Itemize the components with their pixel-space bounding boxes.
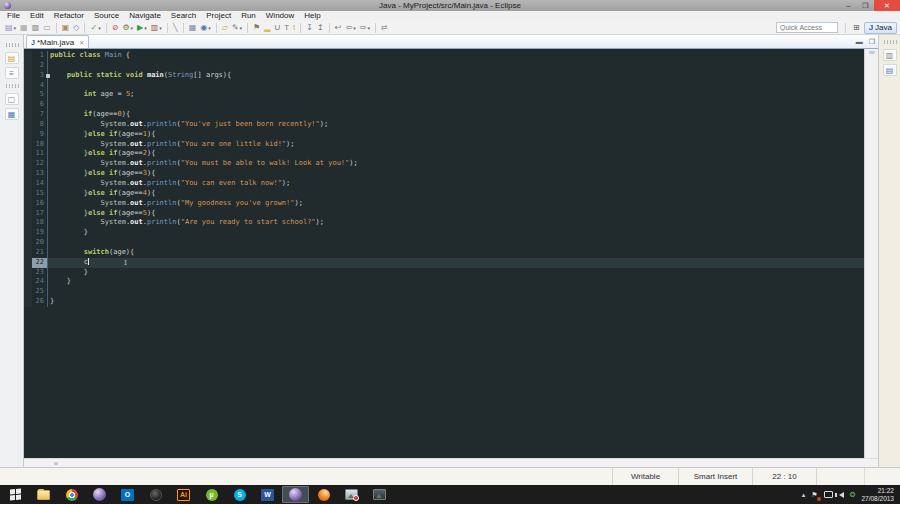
annotation-t-button[interactable]: T (282, 22, 291, 34)
next-annotation-button[interactable]: ↧ (304, 22, 315, 34)
line-number-14[interactable]: 14 (32, 179, 48, 189)
line-number-18[interactable]: 18 (32, 218, 48, 228)
code-line-9[interactable]: 9 }else if(age==1){ (24, 130, 864, 140)
line-number-19[interactable]: 19 (32, 228, 48, 238)
code-line-22[interactable]: 22 cI (24, 258, 864, 268)
menu-edit[interactable]: Edit (25, 11, 49, 21)
next-task-button[interactable]: ⚑ (251, 22, 262, 34)
code-text[interactable] (48, 287, 864, 297)
open-folder-button[interactable]: ▱ (220, 22, 230, 34)
java-perspective-button[interactable]: J Java (864, 22, 897, 34)
code-text[interactable]: switch(age){ (48, 248, 864, 258)
type-hierarchy-icon[interactable]: ≡ (5, 67, 19, 79)
coverage-dropdown-icon[interactable]: ▾ (159, 25, 162, 31)
restore-views-handle-2[interactable] (5, 84, 19, 88)
code-text[interactable] (48, 61, 864, 71)
code-text[interactable]: System.out.println("You must be able to … (48, 159, 864, 169)
new-wizard-button[interactable]: ▤▾ (3, 22, 18, 34)
save-all-button[interactable]: ▩ (30, 22, 42, 34)
code-text[interactable]: System.out.println("You are one little k… (48, 140, 864, 150)
minimize-editor-icon[interactable]: ▬ (853, 35, 866, 48)
external-tools-dropdown-icon[interactable]: ▾ (240, 25, 243, 31)
code-text[interactable]: System.out.println("Are you ready to sta… (48, 218, 864, 228)
code-text[interactable]: int age = 5; (48, 90, 864, 100)
line-number-4[interactable]: 4 (32, 81, 48, 91)
code-text[interactable]: } (48, 268, 864, 278)
new-wizard-dropdown-icon[interactable]: ▾ (14, 25, 17, 31)
tab-close-icon[interactable]: ✕ (79, 39, 84, 46)
line-number-2[interactable]: 2 (32, 61, 48, 71)
line-number-10[interactable]: 10 (32, 140, 48, 150)
code-text[interactable]: }else if(age==2){ (48, 149, 864, 159)
code-line-6[interactable]: 6 (24, 100, 864, 110)
menu-source[interactable]: Source (89, 11, 124, 21)
line-number-20[interactable]: 20 (32, 238, 48, 248)
code-line-11[interactable]: 11 }else if(age==2){ (24, 149, 864, 159)
code-text[interactable] (48, 100, 864, 110)
problems-view-icon[interactable]: ▢ (5, 93, 19, 105)
volume-icon[interactable] (839, 492, 844, 498)
code-line-23[interactable]: 23 } (24, 268, 864, 278)
code-line-17[interactable]: 17 }else if(age==5){ (24, 209, 864, 219)
taskbar-image-viewer-button[interactable] (366, 486, 393, 503)
line-number-15[interactable]: 15 (32, 189, 48, 199)
run-dropdown-icon[interactable]: ▾ (144, 25, 147, 31)
code-text[interactable]: System.out.println("You can even talk no… (48, 179, 864, 189)
code-text[interactable]: System.out.println("You've just been bor… (48, 120, 864, 130)
line-number-24[interactable]: 24 (32, 277, 48, 287)
debug-dropdown-icon[interactable]: ▾ (131, 25, 134, 31)
action-center-flag-icon[interactable]: ⚑ (811, 491, 817, 499)
java-ee-grid-button[interactable]: ▦ (187, 22, 199, 34)
code-text[interactable] (48, 238, 864, 248)
quick-access-input[interactable] (776, 22, 838, 33)
antivirus-icon[interactable]: ❂ (850, 491, 856, 499)
annotation-u-button[interactable]: U (272, 22, 282, 34)
new-java-class-button[interactable]: ✓▾ (88, 22, 102, 34)
console-view-icon[interactable]: ▦ (5, 108, 19, 120)
forward-button[interactable]: ⇨▾ (358, 22, 372, 34)
menu-search[interactable]: Search (166, 11, 201, 21)
code-line-3[interactable]: 3 public static void main(String[] args)… (24, 71, 864, 81)
code-line-18[interactable]: 18 System.out.println("Are you ready to … (24, 218, 864, 228)
code-text[interactable]: }else if(age==1){ (48, 130, 864, 140)
code-text[interactable]: public class Main { (48, 51, 864, 61)
code-line-7[interactable]: 7 if(age==0){ (24, 110, 864, 120)
code-text[interactable]: }else if(age==5){ (48, 209, 864, 219)
taskbar-file-explorer-button[interactable] (30, 486, 57, 503)
code-line-14[interactable]: 14 System.out.println("You can even talk… (24, 179, 864, 189)
code-text[interactable]: }else if(age==4){ (48, 189, 864, 199)
titlebar[interactable]: Java - MyProject/src/Main.java - Eclipse… (0, 0, 900, 11)
taskbar-start-button[interactable] (2, 486, 29, 503)
taskbar-outlook-button[interactable]: O (114, 486, 141, 503)
menu-file[interactable]: File (2, 11, 25, 21)
open-perspective-button[interactable]: ⊞ (853, 23, 860, 32)
taskbar-firefox-button[interactable] (310, 486, 337, 503)
taskbar-photos-app-button[interactable] (338, 486, 365, 503)
menu-run[interactable]: Run (236, 11, 261, 21)
line-number-23[interactable]: 23 (32, 268, 48, 278)
overview-ruler[interactable] (864, 49, 878, 458)
code-line-2[interactable]: 2 (24, 61, 864, 71)
network-icon[interactable] (824, 491, 833, 498)
code-text[interactable]: public static void main(String[] args){ (48, 71, 864, 81)
line-number-12[interactable]: 12 (32, 159, 48, 169)
line-number-5[interactable]: 5 (32, 90, 48, 100)
code-line-25[interactable]: 25 (24, 287, 864, 297)
line-number-8[interactable]: 8 (32, 120, 48, 130)
code-line-15[interactable]: 15 }else if(age==4){ (24, 189, 864, 199)
coverage-button[interactable]: ▥▾ (149, 22, 164, 34)
open-type-button[interactable]: ◇ (71, 22, 81, 34)
restore-views-handle-right[interactable] (883, 40, 897, 44)
line-number-26[interactable]: 26 (32, 297, 48, 307)
forward-dropdown-icon[interactable]: ▾ (367, 25, 370, 31)
print-button[interactable]: ▭ (41, 22, 53, 34)
line-number-17[interactable]: 17 (32, 209, 48, 219)
line-number-3[interactable]: 3 (32, 71, 48, 81)
line-number-6[interactable]: 6 (32, 100, 48, 110)
menu-navigate[interactable]: Navigate (124, 11, 166, 21)
code-text[interactable]: } (48, 297, 864, 307)
line-number-7[interactable]: 7 (32, 110, 48, 120)
debug-button[interactable]: ⚙▾ (120, 22, 135, 34)
back-dropdown-icon[interactable]: ▾ (353, 25, 356, 31)
code-text[interactable]: } (48, 277, 864, 287)
